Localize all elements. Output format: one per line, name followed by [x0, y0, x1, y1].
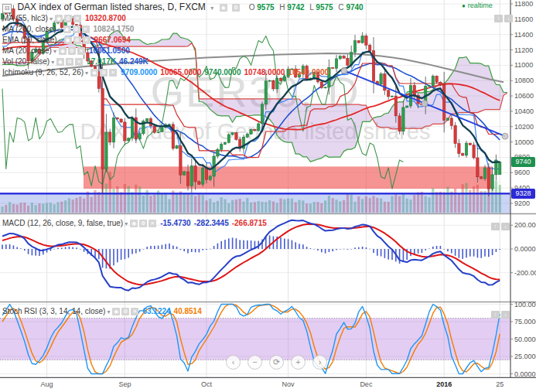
macd-histogram-bar: [162, 245, 163, 249]
macd-histogram-bar: [381, 249, 382, 257]
chevron-down-icon[interactable]: ▾: [59, 37, 62, 44]
candle-body: [161, 128, 163, 132]
close-icon[interactable]: ✕: [131, 308, 138, 315]
scroll-left-button[interactable]: ‹: [226, 355, 241, 370]
macd-histogram-bar: [269, 235, 271, 249]
indicator-value: 9667.0694: [94, 36, 131, 44]
pane-down-button[interactable]: ↓: [501, 311, 510, 319]
indicator-label[interactable]: MA (20, close): [2, 46, 52, 55]
gear-icon[interactable]: ⚙: [121, 308, 129, 315]
trading-chart-window: GER30, DDAX index of German listed share…: [0, 0, 536, 392]
reset-button[interactable]: ⟳: [269, 355, 284, 370]
indicator-value: 10824.1750: [94, 25, 135, 33]
eye-icon[interactable]: ◉: [55, 15, 63, 22]
gear-icon[interactable]: ⚙: [232, 4, 240, 12]
macd-histogram-bar: [484, 249, 486, 257]
eye-icon[interactable]: ◉: [220, 4, 227, 12]
pane-down-button[interactable]: ↓: [504, 15, 513, 22]
eye-icon[interactable]: ◉: [59, 47, 67, 55]
support-band-drawing[interactable]: [0, 193, 510, 213]
realtime-status: ●realtime: [462, 2, 493, 9]
gear-icon[interactable]: ⚙: [73, 36, 81, 44]
chevron-down-icon[interactable]: ▾: [210, 5, 213, 12]
pane-up-button[interactable]: ↑: [491, 223, 500, 230]
close-icon[interactable]: ✕: [77, 47, 85, 55]
indicator-label[interactable]: Vol (20, false): [2, 57, 50, 66]
macd-histogram-bar: [325, 249, 326, 254]
trendline-handle[interactable]: [502, 133, 508, 139]
pane-down-button[interactable]: ↓: [501, 223, 510, 230]
candle-body: [276, 78, 278, 89]
macd-histogram-bar: [65, 247, 67, 249]
chevron-down-icon[interactable]: ▾: [50, 15, 53, 22]
chevron-down-icon[interactable]: ▾: [107, 308, 110, 315]
close-icon[interactable]: ✕: [73, 15, 81, 22]
eye-icon[interactable]: ◉: [130, 220, 138, 227]
chevron-down-icon[interactable]: ▾: [51, 59, 54, 66]
macd-histogram-bar: [180, 249, 182, 250]
candle-body: [458, 144, 460, 154]
time-axis-label: Aug: [36, 380, 59, 388]
macd-pane-controls: ↑↓: [490, 217, 510, 231]
gear-icon[interactable]: ⚙: [73, 26, 80, 33]
stoch-legend-row: Stoch RSI (3, 3, 14, 14, close)▾◉⚙✕63.12…: [2, 305, 202, 315]
support-level-badge: 9328: [511, 189, 535, 199]
price-tick-label: 9200: [514, 199, 530, 207]
support-zone-drawing[interactable]: [84, 166, 493, 189]
close-icon[interactable]: ✕: [75, 58, 83, 66]
time-axis[interactable]: AugSepOctNovDec201625: [0, 378, 536, 392]
scroll-right-button[interactable]: ›: [312, 355, 327, 370]
chevron-down-icon[interactable]: ▾: [125, 220, 128, 227]
realtime-label: realtime: [468, 2, 493, 9]
macd-histogram-bar: [28, 249, 29, 254]
macd-signal-line: [2, 224, 500, 285]
gear-icon[interactable]: ⚙: [100, 69, 108, 77]
candle-body: [347, 58, 349, 65]
time-axis-label: Sep: [113, 380, 136, 388]
indicator-label[interactable]: Ichimoku (9, 26, 52, 26): [2, 68, 84, 77]
macd-tick-label: 0.0000: [514, 245, 536, 253]
chevron-down-icon[interactable]: ▾: [53, 48, 56, 55]
pane-up-button[interactable]: ↑: [491, 311, 500, 319]
macd-histogram-bar: [443, 249, 445, 250]
indicator-label[interactable]: Stoch RSI (3, 3, 14, 14, close): [2, 307, 105, 315]
macd-histogram-bar: [403, 249, 405, 262]
candle-body: [258, 124, 260, 131]
indicator-row-2: EMA (20, close)▾◉⚙✕9667.0694: [2, 33, 131, 43]
macd-histogram-bar: [69, 247, 70, 249]
stoch-tick-label: 25.0000: [514, 353, 536, 360]
candle-body: [324, 87, 326, 88]
zoom-in-button[interactable]: +: [291, 355, 306, 370]
indicator-label[interactable]: MA (200, close): [2, 25, 56, 33]
candle-body: [227, 135, 230, 142]
gear-icon[interactable]: ⚙: [66, 58, 73, 66]
trendline-handle[interactable]: [422, 101, 428, 107]
indicator-label[interactable]: EMA (20, close): [2, 36, 57, 44]
macd-histogram-bar: [422, 249, 423, 253]
eye-icon[interactable]: ◉: [112, 308, 120, 315]
indicator-label[interactable]: MACD (12, 26, close, 9, false, true): [2, 219, 123, 227]
symbol-title[interactable]: DAX index of German listed shares, D, FX…: [17, 2, 205, 12]
gear-icon[interactable]: ⚙: [68, 47, 76, 55]
eye-icon[interactable]: ◉: [63, 26, 71, 33]
chevron-down-icon[interactable]: ▾: [57, 26, 60, 33]
close-icon[interactable]: ✕: [149, 220, 156, 227]
eye-icon[interactable]: ◉: [56, 58, 64, 66]
close-icon[interactable]: ✕: [109, 69, 117, 77]
candle-body: [465, 143, 467, 155]
eye-icon[interactable]: ◉: [64, 36, 72, 44]
eye-icon[interactable]: ◉: [90, 69, 98, 77]
macd-histogram-bar: [469, 249, 471, 257]
close-icon[interactable]: ✕: [82, 26, 90, 33]
gear-icon[interactable]: ⚙: [139, 220, 147, 227]
gear-icon[interactable]: ⚙: [64, 15, 72, 22]
zoom-out-button[interactable]: −: [248, 355, 262, 370]
close-icon[interactable]: ✕: [83, 36, 90, 44]
indicator-label[interactable]: MA (55, hlc3): [2, 14, 48, 22]
chevron-down-icon[interactable]: ▾: [85, 70, 88, 77]
trendline-handle[interactable]: [341, 67, 347, 73]
macd-histogram-bar: [213, 246, 215, 249]
pane-up-button[interactable]: ↑: [494, 15, 503, 22]
macd-histogram-bar: [299, 244, 300, 249]
macd-histogram-bar: [172, 246, 174, 249]
